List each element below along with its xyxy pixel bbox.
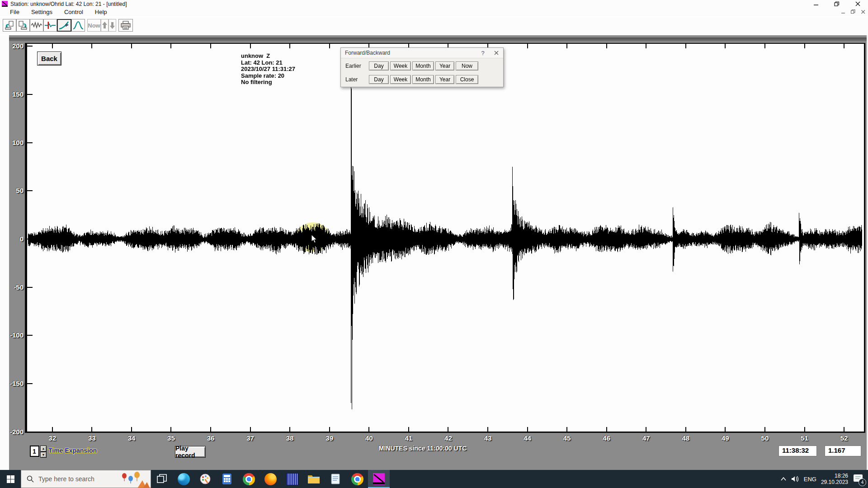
dialog-later-week-button[interactable]: Week <box>390 75 411 84</box>
minimize-button[interactable] <box>806 0 826 8</box>
menu-help[interactable]: Help <box>95 9 107 15</box>
menubar: FileSettingsControlHelp <box>0 8 868 16</box>
amplitude-readout: 1.167 <box>825 446 861 456</box>
windows-logo-icon <box>7 475 14 483</box>
dialog-later-month-button[interactable]: Month <box>412 75 434 84</box>
open-record-button[interactable] <box>3 19 16 32</box>
now-button[interactable]: Now <box>87 19 101 32</box>
chevron-up-icon[interactable] <box>780 477 787 481</box>
left-margin <box>0 35 9 470</box>
x-axis-label: 33 <box>78 434 105 442</box>
y-axis-label: -100 <box>0 331 24 339</box>
dialog-earlier-week-button[interactable]: Week <box>390 61 411 70</box>
dialog-titlebar[interactable]: Forward/Backward ? <box>341 48 503 58</box>
scroll-down-button[interactable] <box>108 19 116 32</box>
taskbar-icon-chrome[interactable] <box>238 470 259 488</box>
waveform-button[interactable] <box>30 19 43 32</box>
x-axis-label: 51 <box>791 434 818 442</box>
close-button[interactable] <box>847 0 868 8</box>
x-axis-label: 48 <box>672 434 699 442</box>
language-indicator[interactable]: ENG <box>804 476 816 483</box>
gaussian-filter-button[interactable] <box>71 19 85 32</box>
app-icon <box>2 1 8 7</box>
taskbar-icon-calculator[interactable] <box>216 470 238 488</box>
dialog-help-button[interactable]: ? <box>476 50 490 56</box>
back-button[interactable]: Back <box>37 52 61 66</box>
taskbar-icon-task-view[interactable] <box>151 470 173 488</box>
taskbar-icon-seisgram-app[interactable] <box>368 470 390 488</box>
phase-pick-button[interactable] <box>43 19 57 32</box>
printer-icon <box>120 20 131 30</box>
scroll-up-button[interactable] <box>101 19 108 32</box>
export-record-button[interactable] <box>16 19 30 32</box>
y-axis-label: 100 <box>0 139 24 146</box>
menu-file[interactable]: File <box>10 9 19 15</box>
x-axis-label: 34 <box>118 434 145 442</box>
dialog-later-year-button[interactable]: Year <box>435 75 454 84</box>
maximize-button[interactable] <box>826 0 847 8</box>
phase-pick-icon <box>44 20 56 30</box>
x-axis-label: 35 <box>157 434 184 442</box>
y-axis-label: 0 <box>0 235 24 243</box>
info-line: Sample rate: 20 <box>241 73 295 80</box>
station-info: unknow ZLat: 42 Lon: 212023/10/27 11:31:… <box>241 53 295 86</box>
spinner-down-button[interactable]: ▼ <box>40 452 47 458</box>
child-minimize-button[interactable] <box>840 9 846 14</box>
taskbar: ENG 18:26 29.10.2023 4 <box>0 470 868 488</box>
x-axis-label: 32 <box>39 434 66 442</box>
search-input[interactable] <box>38 475 112 483</box>
menu-control[interactable]: Control <box>64 9 83 15</box>
dialog-earlier-day-button[interactable]: Day <box>369 61 389 70</box>
spinner-up-button[interactable]: ▲ <box>40 446 47 452</box>
child-restore-button[interactable] <box>850 9 856 14</box>
search-box[interactable] <box>21 470 151 488</box>
menu-settings[interactable]: Settings <box>31 9 52 15</box>
x-axis-label: 49 <box>712 434 739 442</box>
time-expansion-spinner: ▲ ▼ <box>40 446 47 458</box>
start-button[interactable] <box>0 470 21 488</box>
x-axis-label: 50 <box>751 434 778 442</box>
dialog-later-day-button[interactable]: Day <box>369 75 389 84</box>
x-axis-label: 45 <box>553 434 580 442</box>
forward-backward-dialog: Forward/Backward ? EarlierDayWeekMonthYe… <box>340 47 504 87</box>
export-record-icon <box>18 20 28 30</box>
taskbar-icon-file-explorer[interactable] <box>303 470 325 488</box>
print-button[interactable] <box>118 19 133 32</box>
x-axis-label: 38 <box>276 434 303 442</box>
dialog-earlier-now-button[interactable]: Now <box>456 61 478 70</box>
x-axis-label: 52 <box>830 434 858 442</box>
taskbar-icon-firefox[interactable] <box>259 470 281 488</box>
taskbar-icon-edge[interactable] <box>173 470 194 488</box>
clock-date: 29.10.2023 <box>821 479 848 485</box>
time-expansion-value[interactable]: 1 <box>30 446 39 457</box>
y-axis-label: -50 <box>0 283 24 291</box>
taskbar-icon-chrome-2[interactable] <box>346 470 368 488</box>
taskbar-icon-seismogram-viewer[interactable] <box>281 470 303 488</box>
notification-badge: 4 <box>859 479 866 486</box>
dialog-earlier-year-button[interactable]: Year <box>435 61 454 70</box>
p-phase-button[interactable]: P <box>57 19 71 32</box>
dialog-label-earlier: Earlier <box>345 63 369 69</box>
info-line: Lat: 42 Lon: 21 <box>241 60 295 66</box>
speaker-icon[interactable] <box>791 475 799 483</box>
x-axis-label: 36 <box>197 434 224 442</box>
seismogram-trace[interactable] <box>27 44 864 432</box>
gaussian-filter-icon <box>72 20 84 30</box>
taskbar-icon-paint[interactable] <box>194 470 216 488</box>
y-axis-label: -150 <box>0 380 24 387</box>
screen: Station: unknow/Ohrid Lat: 42 Lon: 21 - … <box>0 0 868 488</box>
dialog-close-button[interactable] <box>490 50 503 56</box>
info-line: No filtering <box>241 79 295 86</box>
clock[interactable]: 18:26 29.10.2023 <box>821 473 848 485</box>
taskbar-icon-notepad[interactable] <box>325 470 346 488</box>
child-close-button[interactable] <box>860 9 866 14</box>
plot-border <box>864 43 865 433</box>
x-axis-label: 44 <box>514 434 541 442</box>
dialog-earlier-month-button[interactable]: Month <box>412 61 434 70</box>
play-record-button[interactable]: Play record <box>175 446 206 458</box>
notifications-button[interactable]: 4 <box>853 473 864 485</box>
dialog-later-close-button[interactable]: Close <box>456 75 478 84</box>
y-axis-label: 200 <box>0 42 24 50</box>
open-record-icon <box>4 20 15 30</box>
y-axis-label: -200 <box>0 428 24 436</box>
